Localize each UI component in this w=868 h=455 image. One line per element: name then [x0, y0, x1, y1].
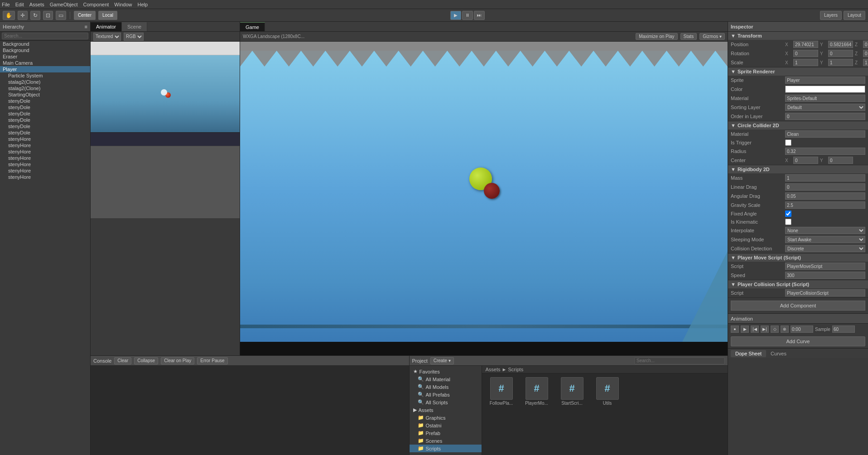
- anim-play-btn[interactable]: ▶: [741, 326, 749, 333]
- scene-mode-select[interactable]: Textured: [93, 33, 121, 41]
- file-playermo[interactable]: # PlayerMo...: [521, 377, 553, 406]
- center-pivot-btn[interactable]: Center: [74, 11, 96, 20]
- hierarchy-options-icon[interactable]: ≡: [85, 24, 87, 29]
- material-input[interactable]: [785, 95, 865, 102]
- scl-y-input[interactable]: [828, 59, 853, 66]
- tab-game[interactable]: Game: [240, 22, 265, 31]
- maximize-on-play-btn[interactable]: Maximize on Play: [636, 33, 677, 40]
- hierarchy-item-stenyhore6[interactable]: stenyHore: [0, 168, 90, 174]
- pos-z-input[interactable]: [863, 41, 868, 48]
- ctr-x-input[interactable]: [793, 157, 818, 164]
- menu-file[interactable]: File: [2, 2, 10, 7]
- menu-edit[interactable]: Edit: [15, 2, 24, 7]
- scenes-item[interactable]: 📁 Scenes: [410, 437, 482, 445]
- layers-btn[interactable]: Layers: [820, 11, 842, 20]
- angular-drag-input[interactable]: [785, 192, 865, 200]
- rot-x-input[interactable]: [793, 50, 818, 57]
- linear-drag-input[interactable]: [785, 183, 865, 191]
- create-btn[interactable]: Create ▾: [430, 357, 454, 364]
- tab-scene[interactable]: Scene: [122, 22, 147, 31]
- anim-next-btn[interactable]: ▶|: [761, 326, 769, 333]
- hierarchy-item-particlesystem[interactable]: Particle System: [0, 72, 90, 79]
- radius-input[interactable]: [785, 148, 865, 155]
- player-move-script-input[interactable]: [785, 263, 865, 270]
- sleeping-mode-select[interactable]: Start Awake: [785, 236, 865, 243]
- layout-btn[interactable]: Layout: [844, 11, 865, 20]
- all-prefabs-item[interactable]: 🔍 All Prefabs: [410, 391, 482, 398]
- hierarchy-item-startobj[interactable]: StartingObject: [0, 91, 90, 98]
- anim-record-btn[interactable]: ●: [731, 326, 739, 333]
- hierarchy-search-input[interactable]: [2, 33, 88, 39]
- stats-btn[interactable]: Stats: [680, 33, 697, 40]
- order-layer-input[interactable]: [785, 113, 865, 120]
- interpolate-select[interactable]: None: [785, 227, 865, 234]
- collapse-btn[interactable]: Collapse: [134, 357, 158, 364]
- menu-help[interactable]: Help: [137, 2, 148, 7]
- scale-tool[interactable]: ⊡: [43, 11, 53, 20]
- curves-tab[interactable]: Curves: [766, 350, 791, 357]
- all-scripts-item[interactable]: 🔍 All Scripts: [410, 398, 482, 406]
- sprite-input[interactable]: [785, 77, 865, 84]
- hierarchy-item-stenydole2[interactable]: stenyDole: [0, 104, 90, 110]
- rect-tool[interactable]: ▭: [56, 11, 66, 20]
- file-utils[interactable]: # Utils: [592, 377, 623, 406]
- hand-tool[interactable]: ✋: [3, 11, 15, 20]
- hierarchy-item-stenydole4[interactable]: stenyDole: [0, 117, 90, 123]
- scene-color-select[interactable]: RGB: [124, 33, 144, 41]
- anim-sample-input[interactable]: [832, 326, 855, 333]
- menu-gameobject[interactable]: GameObject: [50, 2, 78, 7]
- add-curve-btn[interactable]: Add Curve: [731, 336, 865, 346]
- hierarchy-item-stenydole5[interactable]: stenyDole: [0, 123, 90, 129]
- hierarchy-item-stalag2[interactable]: stalag2(Clone): [0, 85, 90, 91]
- pos-x-input[interactable]: [793, 41, 818, 48]
- hierarchy-item-stenyhore4[interactable]: stenyHore: [0, 155, 90, 161]
- pos-y-input[interactable]: [828, 41, 853, 48]
- anim-time-input[interactable]: [791, 326, 813, 333]
- gizmos-btn[interactable]: Gizmos ▾: [699, 33, 725, 40]
- color-swatch[interactable]: [785, 86, 865, 93]
- menu-assets[interactable]: Assets: [29, 2, 44, 7]
- error-pause-btn[interactable]: Error Pause: [197, 357, 227, 364]
- file-followpla[interactable]: # FollowPla...: [486, 377, 517, 406]
- speed-input[interactable]: [785, 272, 865, 279]
- coll-material-input[interactable]: [785, 130, 865, 138]
- is-trigger-checkbox[interactable]: [785, 139, 791, 146]
- move-tool[interactable]: ✛: [18, 11, 28, 20]
- local-pivot-btn[interactable]: Local: [98, 11, 117, 20]
- assets-item[interactable]: ▶ Assets: [410, 406, 482, 414]
- is-kinematic-checkbox[interactable]: [785, 219, 791, 225]
- hierarchy-item-stenydole3[interactable]: stenyDole: [0, 110, 90, 117]
- hierarchy-item-stenydole6[interactable]: stenyDole: [0, 129, 90, 136]
- hierarchy-item-maincamera[interactable]: Main Camera: [0, 60, 90, 66]
- gravity-scale-input[interactable]: [785, 201, 865, 209]
- menu-component[interactable]: Component: [83, 2, 109, 7]
- player-collision-script-input[interactable]: [785, 289, 865, 297]
- mass-input[interactable]: [785, 174, 865, 182]
- hierarchy-item-background1[interactable]: Background: [0, 41, 90, 47]
- prefab-item[interactable]: 📁 Prefab: [410, 429, 482, 437]
- all-models-item[interactable]: 🔍 All Models: [410, 383, 482, 391]
- anim-del-key-btn[interactable]: ⊗: [781, 326, 789, 333]
- hierarchy-item-stenyhore7[interactable]: stenyHore: [0, 174, 90, 180]
- collision-detection-select[interactable]: Discrete: [785, 245, 865, 252]
- rot-z-input[interactable]: [863, 50, 868, 57]
- tab-animator[interactable]: Animator: [91, 22, 122, 31]
- scl-x-input[interactable]: [793, 59, 818, 66]
- anim-prev-btn[interactable]: |◀: [751, 326, 759, 333]
- hierarchy-item-eraser[interactable]: Eraser: [0, 53, 90, 60]
- clear-on-play-btn[interactable]: Clear on Play: [161, 357, 194, 364]
- ctr-y-input[interactable]: [828, 157, 853, 164]
- menu-window[interactable]: Window: [114, 2, 132, 7]
- hierarchy-item-stalag1[interactable]: stalag2(Clone): [0, 79, 90, 85]
- sorting-layer-select[interactable]: Default: [785, 104, 865, 111]
- file-startscri[interactable]: # StartScri...: [556, 377, 588, 406]
- step-btn[interactable]: ⏭: [474, 11, 485, 20]
- hierarchy-item-player[interactable]: Player: [0, 66, 90, 72]
- graphics-item[interactable]: 📁 Graphics: [410, 414, 482, 421]
- clear-btn[interactable]: Clear: [114, 357, 131, 364]
- dopesheet-tab[interactable]: Dope Sheet: [731, 350, 766, 357]
- rotate-tool[interactable]: ↻: [30, 11, 40, 20]
- scl-z-input[interactable]: [863, 59, 868, 66]
- hierarchy-item-stenyhore3[interactable]: stenyHore: [0, 148, 90, 155]
- add-component-btn[interactable]: Add Component: [731, 301, 865, 311]
